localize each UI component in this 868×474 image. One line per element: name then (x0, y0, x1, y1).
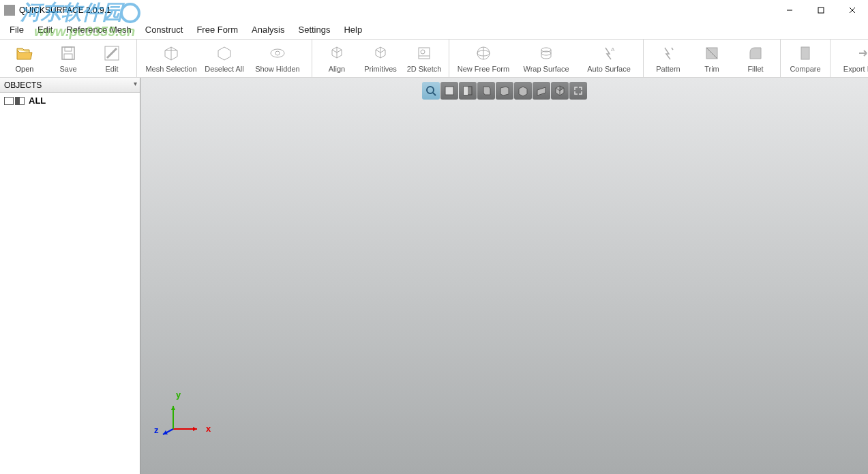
menu-file[interactable]: File (3, 20, 31, 39)
view-left-button[interactable] (477, 82, 495, 100)
view-bottom-button[interactable] (533, 82, 550, 100)
object-tree[interactable]: ALL (0, 93, 140, 474)
window-title: QUICKSURFACE 2.0.9.1 (19, 5, 111, 15)
svg-line-28 (433, 93, 436, 95)
menu-reference-mesh[interactable]: Reference Mesh (59, 20, 138, 39)
view-back-button[interactable] (459, 82, 477, 100)
open-icon (16, 44, 33, 62)
view-toolbar (422, 82, 587, 100)
edit-button[interactable]: Edit (90, 40, 134, 77)
mesh-selection-button[interactable]: Mesh Selection (140, 40, 203, 77)
svg-point-13 (271, 49, 284, 57)
auto-surface-icon: A (600, 44, 618, 62)
fillet-icon (747, 44, 764, 62)
primitives-button[interactable]: Primitives (359, 40, 402, 77)
fillet-button[interactable]: Fillet (734, 40, 777, 77)
svg-point-27 (427, 87, 434, 93)
minimize-button[interactable] (774, 0, 805, 20)
pattern-icon (659, 44, 677, 62)
tree-root-item[interactable]: ALL (4, 95, 136, 106)
compare-icon (796, 44, 814, 62)
open-button[interactable]: Open (3, 40, 46, 77)
menu-settings[interactable]: Settings (291, 20, 337, 39)
new-free-form-button[interactable]: New Free Form (452, 40, 515, 77)
svg-point-16 (421, 50, 425, 54)
axis-z-label: z (154, 425, 159, 435)
svg-rect-1 (818, 8, 824, 13)
toolbar: Open Save Edit Mesh Selection Deselect A… (0, 40, 868, 78)
app-icon (4, 5, 15, 16)
svg-marker-12 (218, 47, 230, 60)
save-icon (59, 44, 77, 62)
maximize-button[interactable] (805, 0, 837, 20)
export-icon (856, 44, 868, 62)
sidebar: OBJECTS▾ ALL (0, 78, 140, 474)
pin-icon[interactable]: ▾ (134, 80, 137, 87)
view-zoom-fit-button[interactable] (422, 82, 440, 100)
pattern-button[interactable]: Pattern (646, 40, 690, 77)
2d-sketch-icon (415, 44, 433, 62)
wrap-surface-icon (537, 44, 555, 62)
view-top-button[interactable] (514, 82, 532, 100)
tree-item-label: ALL (29, 95, 46, 106)
show-hidden-button[interactable]: Show Hidden (246, 40, 309, 77)
svg-marker-35 (171, 406, 175, 410)
2d-sketch-button[interactable]: 2D Sketch (402, 40, 446, 77)
svg-text:A: A (611, 46, 615, 53)
viewport[interactable]: x y z (140, 78, 868, 474)
svg-line-8 (107, 48, 117, 58)
export-model-button[interactable]: Export Mode (833, 40, 868, 77)
auto-surface-button[interactable]: AAuto Surface (578, 40, 640, 77)
view-fullscreen-button[interactable] (569, 82, 587, 100)
svg-rect-6 (64, 54, 72, 59)
axis-y-label: y (176, 389, 181, 400)
wrap-surface-button[interactable]: Wrap Surface (515, 40, 578, 77)
axis-x-label: x (206, 424, 211, 434)
trim-icon (703, 44, 721, 62)
edit-icon (103, 44, 121, 62)
trim-button[interactable]: Trim (690, 40, 734, 77)
close-button[interactable] (837, 0, 868, 20)
view-iso-button[interactable] (551, 82, 569, 100)
svg-marker-33 (193, 427, 197, 431)
menu-analysis[interactable]: Analysis (245, 20, 291, 39)
svg-rect-26 (801, 47, 809, 59)
menu-construct[interactable]: Construct (138, 20, 190, 39)
new-free-form-icon (475, 44, 492, 62)
menu-free-form[interactable]: Free Form (190, 20, 245, 39)
svg-point-14 (275, 51, 280, 55)
svg-rect-29 (445, 87, 453, 95)
compare-button[interactable]: Compare (783, 40, 827, 77)
mesh-selection-icon (162, 44, 180, 62)
deselect-all-icon (215, 44, 233, 62)
axis-gizmo: x y z (173, 400, 214, 441)
svg-rect-31 (464, 87, 468, 95)
view-right-button[interactable] (496, 82, 513, 100)
menu-help[interactable]: Help (337, 20, 369, 39)
deselect-all-button[interactable]: Deselect All (203, 40, 246, 77)
align-button[interactable]: Align (315, 40, 359, 77)
save-button[interactable]: Save (46, 40, 90, 77)
menu-edit[interactable]: Edit (31, 20, 59, 39)
align-icon (328, 44, 346, 62)
tree-item-icons (4, 97, 25, 105)
titlebar: QUICKSURFACE 2.0.9.1 (0, 0, 868, 20)
svg-rect-5 (65, 47, 72, 51)
view-front-button[interactable] (440, 82, 458, 100)
primitives-icon (372, 44, 389, 62)
sidebar-header: OBJECTS▾ (0, 78, 140, 93)
menubar: File Edit Reference Mesh Construct Free … (0, 20, 868, 40)
show-hidden-icon (269, 44, 286, 62)
